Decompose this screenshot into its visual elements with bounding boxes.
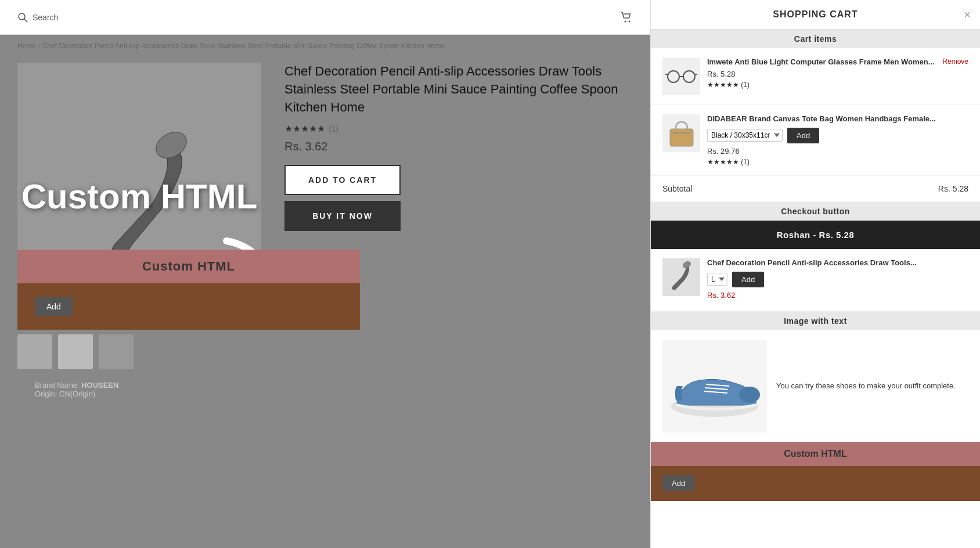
svg-rect-11 <box>670 129 693 146</box>
product-image-wrapper: Custom HTML Custom HTML Add <box>17 63 261 330</box>
checkout-button[interactable]: Roshan - Rs. 5.28 <box>651 221 980 249</box>
subtotal-label: Subtotal <box>662 184 692 193</box>
custom-html-body: Add <box>17 283 360 330</box>
tote-bag-icon <box>667 117 696 149</box>
product-price: Rs. 3.62 <box>284 140 633 153</box>
cart-item-1-stars: ★★★★★ (1) <box>707 81 935 89</box>
cart-item-2-price: Rs. 29.76 <box>707 147 968 156</box>
cart-item-2-image <box>662 114 700 152</box>
svg-point-3 <box>629 20 630 22</box>
header: Search <box>0 0 650 35</box>
breadcrumb: Home › Chef Decoration Pencil Anti-slip … <box>0 35 650 57</box>
header-search[interactable]: Search <box>17 12 58 23</box>
breadcrumb-current: Chef Decoration Pencil Anti-slip Accesso… <box>42 42 445 50</box>
cart-item-1: Imwete Anti Blue Light Computer Glasses … <box>651 48 980 105</box>
cart-item-1-title: Imwete Anti Blue Light Computer Glasses … <box>707 57 935 67</box>
cart-custom-html-header: Custom HTML <box>651 442 980 466</box>
shoe-text: You can try these shoes to make your out… <box>776 380 956 392</box>
svg-point-4 <box>152 127 191 164</box>
cart-item-2-info: DIDABEAR Brand Canvas Tote Bag Women Han… <box>707 114 968 166</box>
cart-item-chef-price: Rs. 3.62 <box>707 291 968 300</box>
shoe-image <box>662 340 767 432</box>
cart-item-chef-info: Chef Decoration Pencil Anti-slip Accesso… <box>707 258 968 302</box>
svg-point-7 <box>683 71 695 82</box>
thumbnail-1[interactable] <box>17 334 52 369</box>
brand-value: HOUSEEN <box>81 381 118 390</box>
cart-item-2-stars: ★★★★★ (1) <box>707 158 968 166</box>
cart-item-1-image <box>662 57 700 95</box>
add-to-cart-button[interactable]: ADD TO CART <box>284 165 401 195</box>
cart-item-2-variant: Black / 30x35x11cr Add <box>707 128 968 143</box>
cart-items-label: Cart items <box>651 30 980 48</box>
image-with-text-label: Image with text <box>651 312 980 330</box>
cart-item-2-variant-select[interactable]: Black / 30x35x11cr <box>707 129 783 142</box>
cart-item-2: DIDABEAR Brand Canvas Tote Bag Women Han… <box>651 105 980 176</box>
thumbnail-3[interactable] <box>99 334 134 369</box>
thumbnail-2[interactable] <box>58 334 93 369</box>
breadcrumb-separator: › <box>38 42 40 50</box>
origin-label: Origin: <box>35 390 57 398</box>
cart-item-chef: Chef Decoration Pencil Anti-slip Accesso… <box>651 249 980 312</box>
product-area: Custom HTML Custom HTML Add Chef Decorat… <box>0 63 650 330</box>
svg-point-18 <box>739 387 760 403</box>
glasses-icon <box>665 66 697 86</box>
svg-point-2 <box>625 20 626 22</box>
stars-row: ★★★★★ (1) <box>284 123 633 134</box>
header-cart-icon[interactable] <box>620 11 633 24</box>
svg-line-1 <box>24 19 28 22</box>
checkout-section-label: Checkout button <box>651 202 980 221</box>
cart-item-chef-add-button[interactable]: Add <box>732 272 764 287</box>
cart-item-1-price: Rs. 5.28 <box>707 70 935 78</box>
thumbnail-row <box>0 334 650 369</box>
chef-spoon-icon <box>665 261 697 293</box>
product-title: Chef Decoration Pencil Anti-slip Accesso… <box>284 63 633 116</box>
cart-custom-html-body: Add <box>651 466 980 501</box>
cart-panel-header: SHOPPING CART × <box>651 0 980 30</box>
svg-point-0 <box>19 13 25 20</box>
svg-point-6 <box>668 71 679 82</box>
cart-item-2-add-button[interactable]: Add <box>787 128 819 143</box>
cart-custom-html-add-button[interactable]: Add <box>662 475 694 491</box>
main-page: Search Home › Chef Decoration Pencil Ant… <box>0 0 650 548</box>
cart-item-chef-title: Chef Decoration Pencil Anti-slip Accesso… <box>707 258 968 268</box>
cart-close-button[interactable]: × <box>964 8 971 21</box>
subtotal-row: Subtotal Rs. 5.28 <box>651 176 980 202</box>
custom-html-header: Custom HTML <box>17 250 360 283</box>
subtotal-value: Rs. 5.28 <box>938 184 968 193</box>
search-icon <box>17 12 28 23</box>
brand-label: Brand Name: <box>35 381 80 390</box>
shoe-svg <box>665 348 764 424</box>
origin-value: CN(Origin) <box>59 390 95 398</box>
cart-item-chef-variant: L Add <box>707 272 968 287</box>
cart-panel-title: SHOPPING CART <box>773 9 858 20</box>
brand-info: Brand Name: HOUSEEN Origin: CN(Origin) <box>17 381 650 398</box>
search-label: Search <box>33 13 58 22</box>
image-with-text-content: You can try these shoes to make your out… <box>651 330 980 442</box>
cart-item-chef-image <box>662 258 700 296</box>
product-stars: ★★★★★ <box>284 123 325 134</box>
shopping-cart-panel: SHOPPING CART × Cart items Imwete Anti B… <box>650 0 980 548</box>
cart-icon <box>620 11 633 24</box>
cart-item-chef-variant-select[interactable]: L <box>707 273 727 286</box>
cart-item-1-info: Imwete Anti Blue Light Computer Glasses … <box>707 57 935 89</box>
product-review-count: (1) <box>329 124 338 134</box>
svg-rect-12 <box>673 132 690 134</box>
cart-item-2-title: DIDABEAR Brand Canvas Tote Bag Women Han… <box>707 114 968 124</box>
custom-html-overlay: Custom HTML Add <box>17 250 360 330</box>
cart-item-1-remove[interactable]: Remove <box>942 57 968 66</box>
custom-html-add-button[interactable]: Add <box>35 297 73 316</box>
breadcrumb-home[interactable]: Home <box>17 42 36 50</box>
